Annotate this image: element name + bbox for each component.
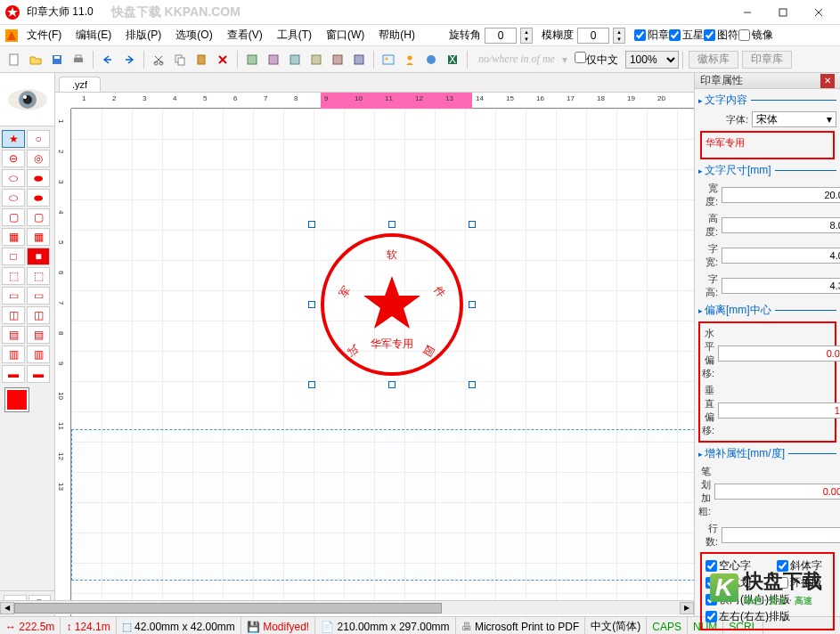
bold-input[interactable]	[714, 484, 840, 500]
tool-c[interactable]	[285, 50, 305, 69]
menu-window[interactable]: 窗口(W)	[319, 26, 371, 45]
handle-w[interactable]	[308, 301, 315, 308]
handle-n[interactable]	[388, 221, 396, 228]
section-text-content[interactable]: 文字内容	[698, 91, 836, 110]
tool-ring[interactable]: ◎	[27, 150, 50, 167]
tool-rounded2[interactable]: ▢	[27, 208, 50, 226]
font-combo[interactable]: 宋体▾	[752, 111, 836, 127]
maximize-button[interactable]	[765, 0, 801, 25]
print-button[interactable]	[69, 50, 88, 69]
open-button[interactable]	[26, 50, 45, 69]
zoom-select[interactable]: 100%	[625, 51, 679, 69]
cut-button[interactable]	[149, 50, 168, 69]
tool-dk2[interactable]: ⬚	[27, 267, 50, 285]
menu-layout[interactable]: 排版(P)	[118, 26, 168, 45]
tool-ell4[interactable]: ⬬	[27, 189, 50, 207]
menu-tools[interactable]: 工具(T)	[270, 26, 319, 45]
handle-e[interactable]	[469, 301, 476, 308]
handle-sw[interactable]	[308, 381, 315, 388]
h-scrollbar[interactable]: ◀ ▶	[0, 600, 694, 614]
cb-mirror[interactable]: 镜像	[738, 28, 773, 43]
section-text-size[interactable]: 文字尺寸[mm]	[698, 161, 836, 180]
redo-button[interactable]	[119, 50, 139, 69]
menu-help[interactable]: 帮助(H)	[371, 26, 422, 45]
width-input[interactable]	[722, 187, 840, 203]
tool-dk[interactable]: ⬚	[2, 267, 25, 285]
tool-grid[interactable]: ▦	[2, 228, 25, 246]
paste-button[interactable]	[192, 50, 211, 69]
cb-symbol[interactable]: 图符	[704, 28, 738, 43]
tool-h1[interactable]: ▤	[2, 326, 25, 344]
tool-rounded[interactable]: ▢	[2, 208, 25, 226]
stamp-text-input[interactable]: 华军专用	[700, 131, 835, 159]
tool-split2[interactable]: ◫	[27, 306, 50, 324]
menu-options[interactable]: 选项(O)	[168, 26, 219, 45]
cb-chinese-only[interactable]: 仅中文	[575, 52, 618, 68]
properties-close-button[interactable]: ✕	[820, 74, 835, 88]
tool-rect2[interactable]: ▭	[27, 287, 50, 305]
tool-ellipse2[interactable]: ⬬	[27, 169, 50, 187]
tool-split1[interactable]: ◫	[2, 306, 25, 324]
tab-file[interactable]: .yzf	[59, 77, 101, 92]
undo-button[interactable]	[98, 50, 118, 69]
tool-h4[interactable]: ▥	[27, 345, 50, 363]
tool-bar1[interactable]: ▬	[2, 365, 25, 383]
new-button[interactable]	[4, 50, 24, 69]
person-button[interactable]	[400, 50, 420, 69]
tool-square[interactable]: □	[2, 248, 25, 265]
save-button[interactable]	[47, 50, 67, 69]
excel-button[interactable]: X	[443, 50, 462, 69]
menu-edit[interactable]: 编辑(E)	[69, 26, 118, 45]
scroll-thumb[interactable]	[14, 603, 442, 614]
h-offset-input[interactable]	[718, 345, 840, 362]
ruler-horizontal[interactable]: 1234567891011121314151617181920	[71, 93, 694, 109]
tool-bar2[interactable]: ▬	[27, 365, 50, 383]
menu-file[interactable]: 文件(F)	[20, 26, 69, 45]
badge-lib-button[interactable]: 徽标库	[689, 51, 738, 69]
tool-ellipse[interactable]: ⬭	[2, 169, 25, 187]
ruler-vertical[interactable]: 12345678910111213	[55, 109, 71, 616]
menu-view[interactable]: 查看(V)	[220, 26, 270, 45]
handle-s[interactable]	[388, 381, 396, 388]
cb-star[interactable]: 五星	[669, 28, 704, 43]
globe-button[interactable]	[421, 50, 441, 69]
tool-ell3[interactable]: ⬭	[2, 189, 25, 207]
cb-lr-layout[interactable]: 左右(右左)排版	[705, 608, 790, 625]
section-extra[interactable]: 增补属性[mm/度]	[698, 444, 836, 463]
tool-f[interactable]	[349, 50, 369, 69]
tool-circle[interactable]: ○	[27, 130, 50, 148]
tool-a[interactable]	[242, 50, 262, 69]
height-input[interactable]	[722, 217, 840, 233]
delete-button[interactable]	[213, 50, 232, 69]
minimize-button[interactable]	[730, 0, 765, 25]
tool-rect1[interactable]: ▭	[2, 287, 25, 305]
handle-se[interactable]	[469, 381, 476, 388]
cb-hv-layout[interactable]: 横向(纵向)排版	[705, 591, 790, 608]
rotate-spinner[interactable]: ▲▼	[520, 28, 533, 44]
close-button[interactable]	[801, 0, 836, 25]
cb-ring[interactable]: 环排版	[777, 574, 822, 591]
tool-grid2[interactable]: ▦	[27, 228, 50, 246]
char-width-input[interactable]	[722, 248, 840, 264]
tool-e[interactable]	[328, 50, 347, 69]
tool-star[interactable]: ★	[2, 130, 25, 148]
canvas[interactable]: 软 件 园 华军专用 试 军	[71, 109, 694, 616]
tool-h3[interactable]: ▥	[2, 345, 25, 363]
handle-nw[interactable]	[308, 221, 315, 228]
image-button[interactable]	[379, 50, 398, 69]
section-offset[interactable]: 偏离[mm]中心	[698, 301, 836, 320]
copy-button[interactable]	[170, 50, 190, 69]
scroll-right-button[interactable]: ▶	[680, 602, 694, 614]
stamp-object[interactable]: 软 件 园 华军专用 试 军	[312, 224, 472, 385]
cb-italic[interactable]: 斜体字	[777, 557, 822, 574]
cb-hollow[interactable]: 空心字	[705, 557, 751, 574]
blur-input[interactable]	[577, 28, 609, 44]
cb-thin[interactable]: 瘦笔划	[705, 574, 751, 591]
rotate-input[interactable]	[485, 28, 517, 44]
tool-b[interactable]	[264, 50, 283, 69]
v-offset-input[interactable]	[718, 402, 840, 419]
handle-ne[interactable]	[469, 221, 476, 228]
cb-yang[interactable]: 阳章	[634, 28, 669, 43]
tool-d[interactable]	[306, 50, 326, 69]
tool-minus-circle[interactable]: ⊖	[2, 150, 25, 167]
